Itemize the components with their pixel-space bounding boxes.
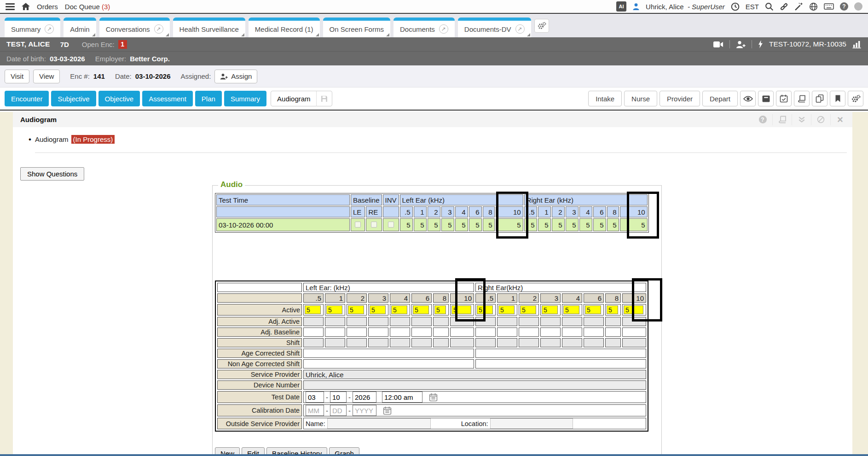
nav-summary-button[interactable]: Summary xyxy=(224,91,266,106)
device-number-value[interactable] xyxy=(303,380,646,390)
test-date-year-input[interactable] xyxy=(353,392,376,403)
intake-button[interactable]: Intake xyxy=(588,91,622,106)
view-button[interactable]: View xyxy=(33,70,60,83)
calendar-check-icon[interactable] xyxy=(776,91,792,106)
search-icon[interactable] xyxy=(765,2,774,11)
active-audiogram-tab[interactable]: Audiogram xyxy=(271,91,332,106)
panel-book-icon[interactable] xyxy=(772,114,792,125)
save-icon[interactable] xyxy=(317,95,332,102)
test-row[interactable]: 03-10-2026 00:00 55 55 55 55 55 55 55 55 xyxy=(216,218,648,231)
collapse-chevrons-icon[interactable] xyxy=(792,114,811,125)
active-value-field[interactable]: 5 xyxy=(585,305,601,314)
active-value-field[interactable]: 5 xyxy=(305,305,321,314)
calendar-icon[interactable] xyxy=(383,406,392,415)
bar-chart-icon[interactable] xyxy=(852,41,862,48)
nav-encounter-button[interactable]: Encounter xyxy=(5,91,49,106)
tab-summary[interactable]: Summary↗ xyxy=(5,18,60,37)
top-bar: Orders Doc Queue (3) AI Uhrick, Alice - … xyxy=(0,0,868,14)
settings-gears-icon[interactable] xyxy=(848,91,863,106)
active-value-field[interactable]: 5 xyxy=(520,305,536,314)
show-questions-button[interactable]: Show Questions xyxy=(20,167,84,181)
video-camera-icon[interactable] xyxy=(713,41,723,48)
test-time-input[interactable] xyxy=(382,392,422,403)
active-value-field[interactable]: 5 xyxy=(563,305,579,314)
tab-on-screen-forms[interactable]: On Screen Forms xyxy=(323,18,390,37)
active-value-field[interactable]: 5 xyxy=(542,305,558,314)
test-date-day-input[interactable] xyxy=(330,392,347,403)
nav-objective-button[interactable]: Objective xyxy=(98,91,140,106)
khz-header-row: .5123 46810 .5123 46810 xyxy=(217,293,646,303)
annotation-box-right-10khz-top xyxy=(627,192,659,239)
user-name[interactable]: Uhrick, Alice - SuperUser xyxy=(646,3,725,11)
calibration-year-input[interactable] xyxy=(353,405,376,416)
active-value-field[interactable]: 5 xyxy=(370,305,386,314)
depart-button[interactable]: Depart xyxy=(702,91,738,106)
active-value-field[interactable]: 5 xyxy=(326,305,342,314)
panel-help-icon[interactable]: ? xyxy=(753,114,772,125)
wand-icon[interactable] xyxy=(794,2,803,11)
doc-queue-count: (3) xyxy=(102,3,110,11)
open-enc-badge[interactable]: 1 xyxy=(118,40,127,49)
baseline-re-checkbox[interactable] xyxy=(371,222,377,228)
dob-label: Date of birth: xyxy=(6,55,46,63)
book-icon[interactable] xyxy=(794,91,810,106)
archive-box-icon[interactable] xyxy=(758,91,774,106)
orders-link[interactable]: Orders xyxy=(37,3,58,11)
divider xyxy=(35,152,847,153)
external-link-icon[interactable]: ↗ xyxy=(45,24,54,34)
menu-icon[interactable] xyxy=(6,3,15,10)
nav-assessment-button[interactable]: Assessment xyxy=(142,91,193,106)
home-icon[interactable] xyxy=(22,3,30,10)
active-value-field[interactable]: 5 xyxy=(498,305,515,314)
patient-ids: TEST-10072, MR-10035 xyxy=(769,40,846,48)
bookmark-icon[interactable] xyxy=(830,91,845,106)
audiogram-panel: Audiogram ? × Audiogram (In Progress) Sh… xyxy=(13,112,852,456)
tab-documents-dv[interactable]: Documents-DV↗ xyxy=(458,18,531,37)
enc-date-value: 03-10-2026 xyxy=(135,72,171,80)
help-icon[interactable]: ? xyxy=(840,2,848,11)
copy-pages-icon[interactable] xyxy=(812,91,827,106)
active-value-field[interactable]: 5 xyxy=(391,305,407,314)
doc-queue-link[interactable]: Doc Queue (3) xyxy=(65,3,110,11)
provider-button[interactable]: Provider xyxy=(660,91,700,106)
ai-badge[interactable]: AI xyxy=(616,1,626,12)
outside-location-input[interactable] xyxy=(490,418,573,429)
eye-icon[interactable] xyxy=(740,91,756,106)
outside-name-input[interactable] xyxy=(327,418,431,429)
active-value-field[interactable]: 5 xyxy=(348,305,364,314)
tab-documents[interactable]: Documents↗ xyxy=(393,18,455,37)
calendar-icon[interactable] xyxy=(429,393,438,402)
tab-settings-gear-icon[interactable] xyxy=(534,19,549,33)
baseline-le-checkbox[interactable] xyxy=(355,222,361,228)
nav-plan-button[interactable]: Plan xyxy=(195,91,222,106)
visit-button[interactable]: Visit xyxy=(5,70,29,83)
tab-admin[interactable]: Admin xyxy=(64,18,96,37)
nurse-button[interactable]: Nurse xyxy=(624,91,657,106)
tab-conversations[interactable]: Conversations↗ xyxy=(99,18,170,37)
external-link-icon[interactable]: ↗ xyxy=(154,24,163,34)
nav-subjective-button[interactable]: Subjective xyxy=(51,91,96,106)
encounter-bar: Visit View Enc #: 141 Date: 03-10-2026 A… xyxy=(0,65,868,88)
active-value-field[interactable]: 5 xyxy=(607,305,618,314)
active-value-field[interactable]: 5 xyxy=(413,305,429,314)
keyboard-icon[interactable] xyxy=(824,3,834,10)
test-date-month-input[interactable] xyxy=(306,392,324,403)
add-person-icon[interactable] xyxy=(736,41,746,48)
tab-health-surveillance[interactable]: Health Surveillance xyxy=(173,18,245,37)
calibration-day-input[interactable] xyxy=(330,405,347,416)
audio-test-table: Test Time Baseline INV Left Ear (kHz) Ri… xyxy=(215,193,649,233)
calibration-month-input[interactable] xyxy=(306,405,324,416)
audiogram-status-item[interactable]: Audiogram (In Progress) xyxy=(35,135,115,144)
annotation-box-left-10khz-bottom xyxy=(455,278,486,322)
disable-icon[interactable] xyxy=(811,114,830,125)
lightning-icon[interactable] xyxy=(758,40,763,48)
globe-icon[interactable] xyxy=(809,2,818,11)
close-icon[interactable]: × xyxy=(830,114,850,125)
assign-button[interactable]: Assign xyxy=(214,70,257,83)
link-icon[interactable] xyxy=(780,2,788,11)
external-link-icon[interactable]: ↗ xyxy=(515,24,525,34)
active-value-field[interactable]: 5 xyxy=(434,305,446,314)
tab-medical-record[interactable]: Medical Record (1) xyxy=(249,18,320,37)
external-link-icon[interactable]: ↗ xyxy=(439,24,448,34)
inv-checkbox[interactable] xyxy=(388,222,394,228)
